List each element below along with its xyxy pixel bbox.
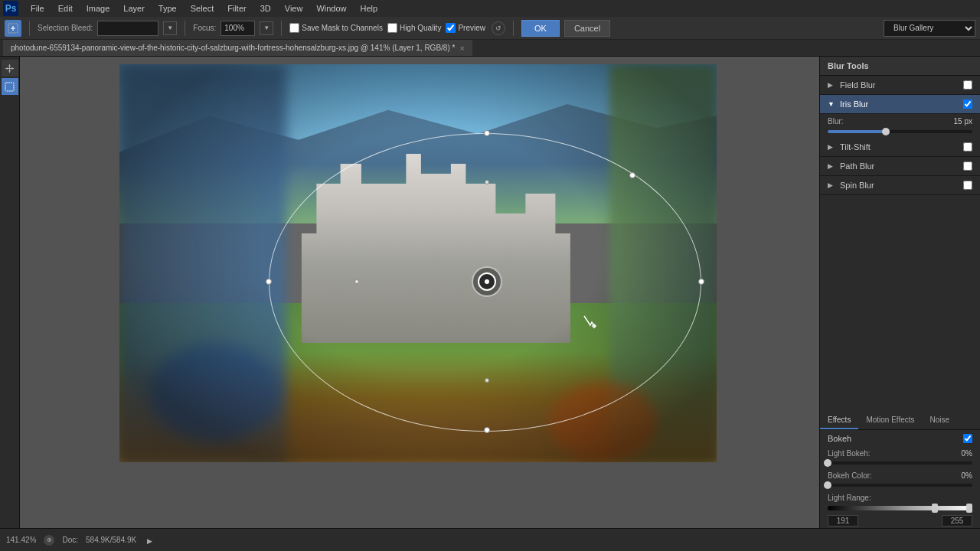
preview-checkbox[interactable]	[446, 23, 456, 33]
preview-label[interactable]: Preview	[446, 23, 485, 33]
image-canvas[interactable]	[119, 64, 717, 462]
vignette-overlay	[119, 64, 717, 462]
menu-edit[interactable]: Edit	[52, 2, 79, 15]
menu-filter[interactable]: Filter	[221, 2, 252, 15]
menu-view[interactable]: View	[279, 2, 309, 15]
zoom-icon[interactable]: ⊕	[44, 535, 54, 546]
marquee-tool[interactable]	[2, 78, 18, 95]
light-bokeh-label: Light Bokeh:	[828, 449, 951, 458]
menu-3d[interactable]: 3D	[254, 2, 277, 15]
noise-tab[interactable]: Noise	[923, 412, 958, 429]
doc-tab-close[interactable]: ×	[459, 44, 464, 53]
focus-input[interactable]	[220, 21, 255, 36]
spin-blur-checkbox[interactable]	[963, 181, 972, 190]
canvas-area	[20, 57, 819, 528]
light-bokeh-slider[interactable]	[828, 461, 972, 465]
menu-layer[interactable]: Layer	[117, 2, 151, 15]
bokeh-color-row: Bokeh Color: 0%	[820, 469, 980, 482]
blur-gallery-dropdown[interactable]: Blur Gallery	[884, 20, 975, 37]
doc-tab-title: photodune-6559134-panoramic-view-of-the-…	[11, 44, 455, 52]
bokeh-color-label: Bokeh Color:	[828, 471, 951, 480]
light-range-row: Light Range:	[820, 491, 980, 504]
ok-button[interactable]: OK	[521, 20, 560, 37]
save-mask-label[interactable]: Save Mask to Channels	[289, 23, 383, 33]
light-range-slider[interactable]	[828, 506, 972, 510]
path-blur-checkbox[interactable]	[963, 161, 972, 171]
light-range-min-input[interactable]	[828, 515, 858, 527]
ctrl-point-topright[interactable]	[629, 172, 635, 178]
center-pin-inner	[478, 272, 496, 291]
right-panel: Blur Tools ▶ Field Blur ▼ Iris Blur Blur…	[819, 57, 980, 528]
iris-blur-arrow: ▼	[828, 100, 835, 108]
menu-bar: Ps File Edit Image Layer Type Select Fil…	[0, 0, 980, 17]
spin-blur-item[interactable]: ▶ Spin Blur	[820, 176, 980, 195]
reset-button[interactable]: ↺	[492, 21, 505, 35]
ctrl-point-bottom[interactable]	[484, 427, 490, 433]
iris-blur-label: Iris Blur	[840, 99, 963, 109]
tilt-shift-checkbox[interactable]	[963, 142, 972, 152]
effects-tab[interactable]: Effects	[820, 412, 858, 429]
toolbar-sep-1	[29, 21, 30, 36]
ps-logo: Ps	[3, 1, 18, 16]
menu-type[interactable]: Type	[152, 2, 183, 15]
blur-label: Blur:	[828, 117, 943, 126]
bokeh-checkbox[interactable]	[963, 434, 972, 443]
blur-value-row: Blur: 15 px	[820, 114, 980, 129]
blur-slider-thumb[interactable]	[882, 128, 890, 135]
selection-bleed-label: Selection Bleed:	[38, 24, 93, 32]
menu-image[interactable]: Image	[80, 2, 116, 15]
bokeh-color-slider[interactable]	[828, 484, 972, 487]
toolbar-sep-2	[185, 21, 185, 36]
path-blur-item[interactable]: ▶ Path Blur	[820, 157, 980, 176]
cancel-button[interactable]: Cancel	[564, 20, 610, 37]
tilt-shift-item[interactable]: ▶ Tilt-Shift	[820, 138, 980, 157]
document-tab[interactable]: photodune-6559134-panoramic-view-of-the-…	[3, 40, 472, 56]
save-mask-checkbox[interactable]	[289, 23, 299, 33]
main-layout: Blur Tools ▶ Field Blur ▼ Iris Blur Blur…	[0, 57, 980, 528]
light-bokeh-thumb[interactable]	[824, 459, 831, 467]
toolbar-sep-3	[281, 21, 282, 36]
ctrl-point-right[interactable]	[698, 279, 704, 285]
iris-blur-checkbox[interactable]	[963, 99, 972, 109]
light-range-thumb-right[interactable]	[966, 504, 972, 513]
light-range-max-input[interactable]	[942, 515, 972, 527]
ctrl-point-left[interactable]	[266, 279, 272, 285]
ctrl-point-inner-top[interactable]	[485, 180, 489, 184]
blur-slider-track[interactable]	[828, 130, 972, 133]
selection-bleed-input[interactable]	[97, 21, 158, 36]
focus-label: Focus:	[193, 24, 216, 32]
center-pin[interactable]	[472, 266, 502, 297]
toolbar: Selection Bleed: ▼ Focus: ▼ Save Mask to…	[0, 17, 980, 40]
doc-label: Doc:	[62, 536, 78, 544]
menu-help[interactable]: Help	[354, 2, 384, 15]
toolbar-sep-4	[513, 21, 514, 36]
bokeh-color-thumb[interactable]	[824, 481, 831, 489]
blur-tools-header: Blur Tools	[820, 57, 980, 76]
motion-effects-tab[interactable]: Motion Effects	[858, 412, 922, 429]
tab-bar: photodune-6559134-panoramic-view-of-the-…	[0, 40, 980, 57]
menu-file[interactable]: File	[24, 2, 51, 15]
ctrl-point-top[interactable]	[484, 130, 490, 136]
high-quality-checkbox[interactable]	[387, 23, 397, 33]
menu-select[interactable]: Select	[185, 2, 220, 15]
menu-window[interactable]: Window	[310, 2, 352, 15]
high-quality-label[interactable]: High Quality	[387, 23, 441, 33]
iris-blur-item[interactable]: ▼ Iris Blur	[820, 95, 980, 114]
focus-dropdown[interactable]: ▼	[260, 21, 273, 35]
move-tool[interactable]	[2, 60, 18, 77]
spacer	[820, 195, 980, 412]
ctrl-point-inner-left[interactable]	[354, 279, 359, 284]
doc-size: 584.9K/584.9K	[86, 536, 136, 544]
light-range-thumb-left[interactable]	[932, 504, 938, 513]
selection-tool-icon[interactable]	[5, 20, 21, 37]
tool-strip	[0, 57, 20, 528]
light-bokeh-row: Light Bokeh: 0%	[820, 447, 980, 460]
field-blur-item[interactable]: ▶ Field Blur	[820, 76, 980, 95]
zoom-level: 141.42%	[6, 536, 36, 544]
tilt-shift-arrow: ▶	[828, 143, 835, 151]
field-blur-checkbox[interactable]	[963, 80, 972, 90]
ctrl-point-inner-bottom[interactable]	[485, 378, 489, 383]
spin-blur-arrow: ▶	[828, 181, 835, 189]
doc-expand[interactable]: ▶	[147, 536, 152, 545]
selection-bleed-dropdown[interactable]: ▼	[163, 21, 177, 35]
